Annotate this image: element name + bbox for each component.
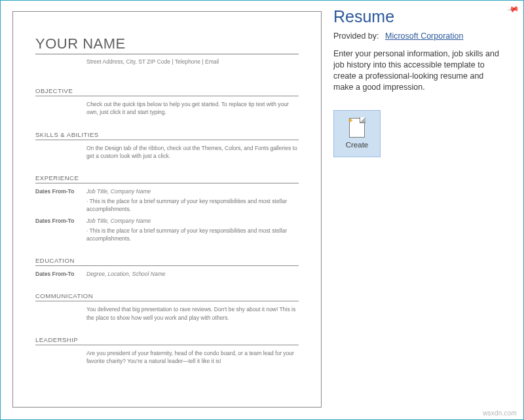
section-body: On the Design tab of the ribbon, check o…	[86, 144, 299, 161]
section-heading: COMMUNICATION	[35, 292, 299, 301]
experience-dates: Dates From-To	[35, 217, 86, 242]
provider-link[interactable]: Microsoft Corporation	[385, 31, 464, 41]
section-body: You delivered that big presentation to r…	[86, 305, 299, 322]
template-title: Resume	[333, 7, 512, 26]
template-info-pane: 📌 Resume Provided by: Microsoft Corporat…	[328, 1, 523, 419]
section-leadership: LEADERSHIP Are you president of your fra…	[35, 336, 299, 366]
section-heading: OBJECTIVE	[35, 87, 299, 96]
education-line: Degree, Location, School Name	[86, 271, 166, 277]
education-dates: Dates From-To	[35, 270, 86, 278]
section-heading: LEADERSHIP	[35, 336, 299, 345]
experience-desc: · This is the place for a brief summary …	[86, 227, 299, 243]
template-description: Enter your personal information, job ski…	[333, 48, 504, 93]
section-skills: SKILLS & ABILITIES On the Design tab of …	[35, 131, 299, 161]
experience-dates: Dates From-To	[35, 187, 86, 213]
watermark: wsxdn.com	[483, 410, 517, 417]
section-education: EDUCATION Dates From-To Degree, Location…	[35, 257, 299, 278]
document-page: YOUR NAME Street Address, City, ST ZIP C…	[12, 11, 322, 408]
experience-desc: · This is the place for a brief summary …	[86, 197, 299, 214]
experience-entry: Dates From-To Job Title, Company Name · …	[35, 187, 299, 213]
section-heading: SKILLS & ABILITIES	[35, 131, 299, 140]
section-objective: OBJECTIVE Check out the quick tips below…	[35, 87, 299, 117]
resume-name-heading: YOUR NAME	[35, 35, 299, 54]
resume-contact-line: Street Address, City, ST ZIP Code | Tele…	[35, 58, 299, 65]
experience-title-line: Job Title, Company Name	[86, 187, 299, 195]
section-heading: EXPERIENCE	[35, 174, 299, 183]
create-button[interactable]: ✦ Create	[333, 110, 381, 157]
section-heading: EDUCATION	[35, 257, 299, 266]
create-button-label: Create	[346, 141, 369, 149]
section-body: Check out the quick tips below to help y…	[86, 100, 299, 117]
provided-by-line: Provided by: Microsoft Corporation	[333, 31, 512, 41]
section-experience: EXPERIENCE Dates From-To Job Title, Comp…	[35, 174, 299, 242]
provided-by-label: Provided by:	[333, 31, 379, 41]
section-communication: COMMUNICATION You delivered that big pre…	[35, 292, 299, 322]
experience-entry: Dates From-To Job Title, Company Name · …	[35, 217, 299, 242]
template-preview-area: YOUR NAME Street Address, City, ST ZIP C…	[1, 1, 328, 419]
section-body: Are you president of your fraternity, he…	[86, 349, 299, 366]
education-entry: Dates From-To Degree, Location, School N…	[35, 270, 299, 278]
experience-title-line: Job Title, Company Name	[86, 217, 299, 225]
new-document-icon: ✦	[349, 118, 365, 138]
